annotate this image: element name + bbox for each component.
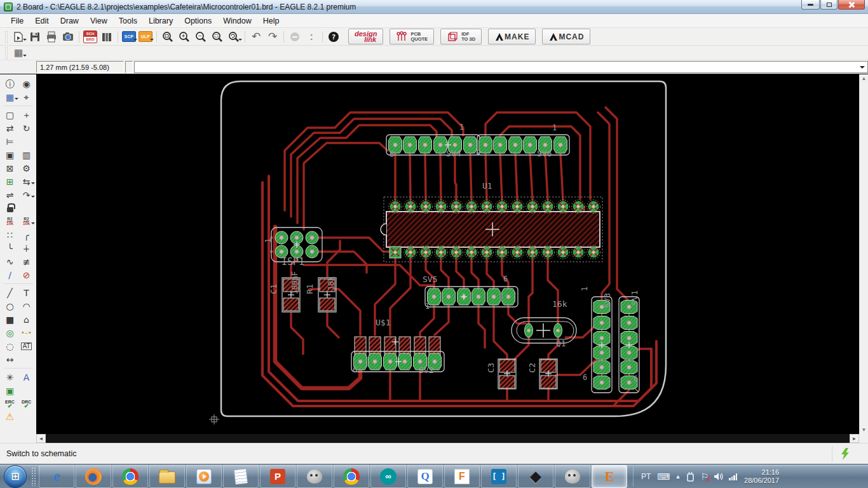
scrollbar-track[interactable] (46, 434, 850, 443)
help-button[interactable]: ? (325, 29, 342, 44)
design-rules-tool[interactable]: ▣ (2, 384, 18, 397)
pinswap-tool[interactable]: ⇌ (2, 188, 18, 201)
redo-button[interactable]: ↷ (264, 29, 281, 44)
pcb-canvas[interactable]: 1 1 SV4 6 6 SV6 U1 ISP1 1 C1 100nF R1 10… (36, 74, 859, 434)
command-history-dropdown-icon[interactable] (860, 66, 865, 71)
taskbar-firefox[interactable] (76, 465, 111, 488)
language-indicator[interactable]: PT (637, 472, 654, 481)
safely-remove-hardware-icon[interactable] (686, 471, 695, 482)
save-button[interactable] (27, 29, 43, 44)
undo-button[interactable]: ↶ (248, 29, 264, 44)
image-export-button[interactable] (60, 29, 76, 44)
rotate-tool[interactable]: ↻ (18, 121, 35, 135)
taskbar-eagle[interactable]: E (592, 465, 627, 488)
paste-tool[interactable]: ▥ (18, 148, 35, 161)
attribute-tool[interactable]: AT (18, 339, 35, 353)
library-manager-button[interactable] (98, 29, 115, 44)
vertical-scrollbar[interactable]: ▲ ▼ (859, 74, 868, 434)
stop-button[interactable] (287, 29, 303, 44)
smash-tool[interactable]: R210k (18, 215, 35, 228)
component-q1[interactable] (512, 318, 576, 343)
taskbar-windows-explorer[interactable] (149, 465, 185, 488)
copy-tool[interactable]: ▣ (2, 148, 18, 161)
menu-help[interactable]: Help (257, 15, 285, 27)
keyboard-icon[interactable]: ⌨ (657, 471, 670, 482)
scroll-down-icon[interactable]: ▼ (862, 426, 867, 434)
clock[interactable]: 21:16 28/06/2017 (744, 468, 779, 485)
taskbar-quicktime[interactable]: Q (407, 465, 443, 488)
signal-tool[interactable]: •–• (18, 326, 35, 339)
group-tool[interactable]: ▢ (2, 108, 18, 121)
scroll-up-icon[interactable]: ▲ (862, 74, 867, 83)
minimize-button[interactable] (801, 0, 820, 10)
erc-tool[interactable]: ERC✔ (2, 397, 18, 410)
print-button[interactable] (43, 29, 60, 44)
component-sv3[interactable] (592, 297, 612, 393)
menu-file[interactable]: File (5, 15, 29, 27)
dimension-tool[interactable]: ↔ (2, 353, 18, 366)
mcad-button[interactable]: MCAD (542, 29, 590, 44)
zoom-in-button[interactable]: + (176, 29, 193, 44)
component-sv4[interactable] (386, 135, 480, 155)
scroll-left-icon[interactable]: ◄ (36, 434, 46, 443)
coordinate-splitter[interactable] (125, 61, 133, 73)
zoom-fit-button[interactable] (159, 29, 176, 44)
drc-tool[interactable]: DRC✔ (18, 397, 35, 410)
polygon-tool[interactable]: ⌂ (18, 313, 35, 326)
optimize-tool[interactable]: ∷ (2, 228, 18, 241)
menu-options[interactable]: Options (179, 15, 217, 27)
taskbar-chrome-2[interactable] (334, 465, 369, 488)
lock-tool[interactable] (2, 201, 18, 215)
mark-tool[interactable]: ⌖ (18, 90, 35, 104)
ratsnest-tool[interactable]: ✳ (2, 370, 18, 384)
taskbar-arduino[interactable]: ∞ (370, 465, 406, 488)
component-sv6[interactable] (477, 135, 569, 155)
info-tool[interactable]: ⓘ (2, 77, 18, 90)
zoom-out-button[interactable]: − (193, 29, 209, 44)
zoom-redraw-button[interactable] (226, 29, 242, 44)
horizontal-scrollbar[interactable]: ◄ ► (0, 434, 868, 443)
component-c3[interactable] (498, 359, 516, 389)
start-button[interactable]: ⊞ (4, 465, 27, 488)
menu-window[interactable]: Window (217, 15, 257, 27)
taskbar-media-player[interactable] (186, 465, 222, 488)
replace-tool[interactable]: ↷ (18, 188, 35, 201)
name-tool[interactable]: ⊨ (2, 135, 18, 148)
add-part-tool[interactable]: ⊞ (2, 175, 18, 188)
miter2-tool[interactable]: ╰ (2, 241, 18, 255)
menu-library[interactable]: Library (143, 15, 179, 27)
run-ulp-button[interactable]: ULP (137, 29, 154, 44)
errors-tool[interactable]: ⚠ (2, 410, 18, 424)
schematic-board-switch-button[interactable]: SCH BRD (82, 29, 98, 44)
hidden-icons-button[interactable]: ▲ (675, 473, 681, 480)
split-tool[interactable]: ≢ (18, 255, 35, 268)
hole-tool[interactable]: ◌ (2, 339, 18, 353)
restore-button[interactable] (820, 0, 837, 10)
menu-tools[interactable]: Tools (113, 15, 143, 27)
close-button[interactable] (838, 0, 865, 10)
menu-view[interactable]: View (85, 15, 113, 27)
taskbar-fusion-360[interactable]: F (444, 465, 480, 488)
miter-tool[interactable]: ╭ (18, 228, 35, 241)
pcb-quote-button[interactable]: PCBQUOTE (390, 29, 434, 44)
network-icon[interactable] (729, 473, 738, 480)
route-tool[interactable]: ∕ (2, 268, 18, 281)
zoom-select-button[interactable] (209, 29, 226, 44)
change-tool[interactable]: ⚙ (18, 161, 35, 175)
component-sv5[interactable] (425, 287, 518, 307)
mirror-tool[interactable]: ⇄ (2, 121, 18, 135)
taskbar-gimp[interactable] (297, 465, 332, 488)
ripup-tool[interactable]: ⊘ (18, 268, 35, 281)
volume-icon[interactable] (714, 472, 724, 481)
component-c2[interactable] (539, 359, 557, 389)
display-layers-tool[interactable]: ▦ (2, 90, 18, 104)
circle-tool[interactable]: ○ (2, 299, 18, 313)
open-board-button[interactable] (10, 29, 27, 44)
arc-tool[interactable]: ◠ (18, 299, 35, 313)
mark-cross-tool[interactable]: ∔ (18, 241, 35, 255)
make-button[interactable]: MAKE (488, 29, 536, 44)
show-tool[interactable]: ◉ (18, 77, 35, 90)
taskbar-chrome[interactable] (112, 465, 148, 488)
action-center-icon[interactable]: ⚐ ✗ (700, 471, 709, 482)
via-tool[interactable]: ◎ (2, 326, 18, 339)
